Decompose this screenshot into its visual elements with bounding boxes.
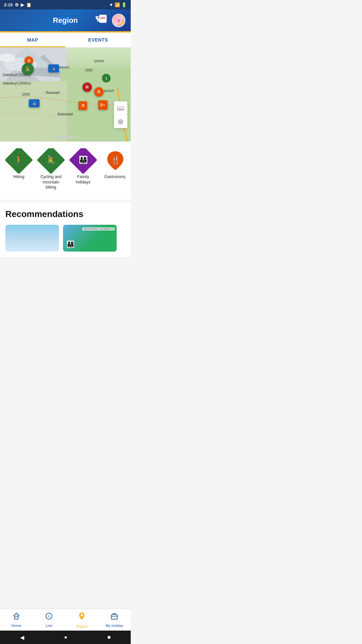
hiking-label: Hiking: [13, 174, 24, 180]
family-icon-container: 👨‍👩‍👧: [71, 148, 95, 172]
app-header: Region SOS 🌸 ♥: [0, 9, 131, 31]
gastronomy-icon-container: 🍴: [104, 148, 125, 172]
marker-orange-x-lower[interactable]: ✕: [78, 101, 87, 110]
map-label-sattelkopf2: Sattelkopf (2092m): [3, 82, 31, 85]
family-photo-icon: 👨‍👩‍👧: [66, 240, 75, 248]
status-left: 2:15 ⚙ ▶ 📋: [4, 2, 32, 7]
restaurant-label: RESTAURANT MUSERALM: [82, 227, 115, 230]
map-label-laursch: Laursch: [102, 89, 114, 93]
tab-map[interactable]: MAP: [0, 33, 65, 47]
recommendations-title: Recommendations: [5, 209, 125, 219]
rec-card-sky[interactable]: [5, 225, 59, 252]
svg-text:SOS: SOS: [100, 17, 105, 19]
categories-section: 🚶 Hiking 🚴 Cycling and mountain biking 👨…: [0, 142, 131, 200]
rec-card-family[interactable]: RESTAURANT MUSERALM 👨‍👩‍👧: [63, 225, 117, 252]
categories-scroll: 🚶 Hiking 🚴 Cycling and mountain biking 👨…: [5, 148, 125, 193]
marker-red-asterisk[interactable]: ✳: [82, 83, 92, 92]
map-legend-button[interactable]: 📖: [114, 101, 127, 115]
marker-blue-natzwiesen[interactable]: 🚡: [48, 64, 59, 72]
marker-green-cycling[interactable]: 🚴: [22, 63, 34, 75]
recommendations-cards: RESTAURANT MUSERALM 👨‍👩‍👧: [5, 225, 125, 252]
cycling-diamond: 🚴: [37, 148, 65, 174]
category-gastronomy[interactable]: 🍴 Gastronomy: [102, 148, 125, 190]
map-label-beitelwald: Beitelwald: [58, 112, 73, 116]
marker-blue-cable-left[interactable]: 🚡: [29, 99, 40, 107]
svg-text:🍴: 🍴: [111, 156, 120, 165]
family-diamond: 👨‍👩‍👧: [69, 148, 98, 174]
map-view[interactable]: Quarts 🚡 Natzwiesen Sattelkopf (2160m) S…: [0, 48, 131, 142]
recommendations-section: Recommendations RESTAURANT MUSERALM 👨‍👩‍…: [0, 202, 131, 257]
hiking-diamond: 🚶: [5, 148, 33, 174]
wifi-icon: ▼: [109, 2, 113, 7]
tab-events[interactable]: EVENTS: [65, 33, 131, 47]
family-label: Family holidays: [70, 174, 97, 185]
map-locate-button[interactable]: ◎: [114, 115, 127, 128]
time: 2:15: [4, 2, 13, 7]
sos-button[interactable]: SOS: [95, 13, 109, 28]
cycling-label: Cycling and mountain biking: [38, 174, 64, 190]
marker-orange-x-mid[interactable]: ✕: [94, 87, 104, 97]
map-label-quarts: Quarts: [94, 59, 104, 63]
cycling-inner-icon: 🚴: [46, 155, 56, 165]
family-inner-icon: 👨‍👩‍👧: [79, 156, 88, 164]
hiking-inner-icon: 🚶: [13, 155, 24, 165]
tab-bar: MAP EVENTS: [0, 33, 131, 48]
avatar-heart: ♥: [121, 22, 125, 27]
header-actions: SOS 🌸 ♥: [95, 13, 125, 28]
map-scroll-indicator: [55, 137, 75, 138]
battery-icon: 🔋: [121, 2, 127, 7]
marker-yellow-dollar[interactable]: $+: [98, 100, 108, 110]
category-family[interactable]: 👨‍👩‍👧 Family holidays: [70, 148, 97, 190]
map-label-1500: 1500: [85, 68, 93, 72]
hiking-icon-container: 🚶: [7, 148, 31, 172]
gastronomy-teardrop: 🍴: [105, 149, 125, 171]
settings-icon: ⚙: [15, 2, 19, 7]
page-title: Region: [53, 16, 78, 25]
gastronomy-label: Gastronomy: [104, 174, 125, 180]
sdcard-icon: 📋: [26, 2, 32, 7]
svg-rect-10: [0, 81, 67, 142]
signal-icon: 📶: [115, 2, 120, 7]
play-icon: ▶: [21, 2, 24, 7]
status-right: ▼ 📶 🔋: [109, 2, 127, 7]
map-label-rastwald: Rastwald: [46, 91, 60, 95]
avatar[interactable]: 🌸 ♥: [112, 14, 125, 27]
status-bar: 2:15 ⚙ ▶ 📋 ▼ 📶 🔋: [0, 0, 131, 9]
map-controls: 📖 ◎: [114, 101, 127, 128]
map-label-2000: 2000: [22, 93, 29, 96]
category-cycling[interactable]: 🚴 Cycling and mountain biking: [38, 148, 64, 190]
cycling-icon-container: 🚴: [39, 148, 63, 172]
marker-green-info[interactable]: i: [102, 74, 111, 83]
map-background: Quarts 🚡 Natzwiesen Sattelkopf (2160m) S…: [0, 48, 131, 142]
category-hiking[interactable]: 🚶 Hiking: [5, 148, 32, 190]
